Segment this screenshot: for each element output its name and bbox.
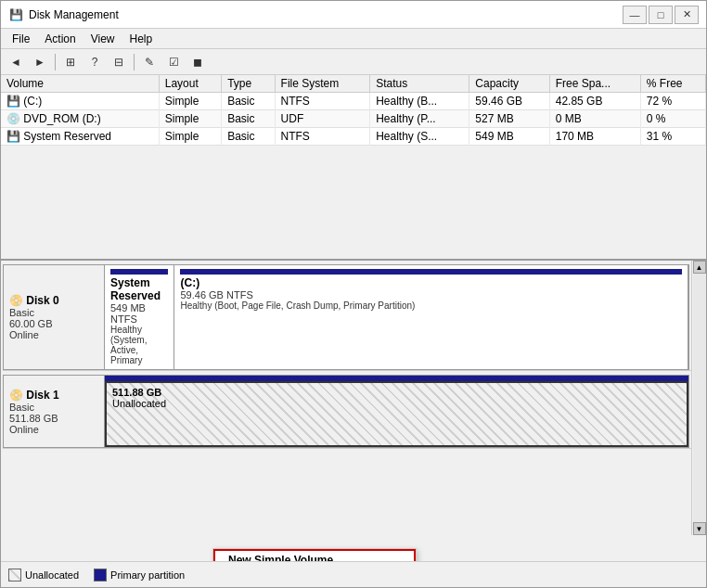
col-filesystem[interactable]: File System — [275, 75, 370, 93]
disk0-status: Online — [9, 329, 98, 340]
cell-fs-1: UDF — [275, 110, 370, 128]
cell-fs-0: NTFS — [275, 93, 370, 110]
disk1-type: Basic — [9, 402, 98, 413]
toolbar-back[interactable]: ◄ — [5, 52, 27, 72]
scroll-up-btn[interactable]: ▲ — [693, 261, 706, 274]
disk0-sysres-bar — [110, 269, 168, 275]
toolbar: ◄ ► ⊞ ? ⊟ ✎ ☑ ◼ — [1, 49, 706, 75]
legend-primary-box — [94, 569, 107, 582]
table-body: 💾 (C:) Simple Basic NTFS Healthy (B... 5… — [1, 93, 706, 146]
disk0-sysres-health: Healthy (System, Active, Primary — [110, 325, 168, 365]
disk1-row: 📀 Disk 1 Basic 511.88 GB Online 511.88 G… — [3, 375, 704, 449]
toolbar-stop[interactable]: ◼ — [186, 52, 209, 72]
disk0-c-partition[interactable]: (C:) 59.46 GB NTFS Healthy (Boot, Page F… — [174, 265, 688, 369]
cell-volume-2: 💾 System Reserved — [1, 128, 159, 146]
disk1-size: 511.88 GB — [9, 413, 98, 424]
legend-unalloc-label: Unallocated — [25, 569, 79, 581]
cell-percent-2: 31 % — [640, 128, 705, 146]
scroll-down-btn[interactable]: ▼ — [693, 522, 706, 535]
menu-bar: File Action View Help — [1, 29, 706, 49]
menu-file[interactable]: File — [5, 31, 37, 47]
table-row[interactable]: 💿 DVD_ROM (D:) Simple Basic UDF Healthy … — [1, 110, 706, 128]
disk1-partitions: 511.88 GB Unallocated — [105, 375, 689, 448]
disk0-sysres-name: System Reserved — [110, 276, 168, 302]
col-volume[interactable]: Volume — [1, 75, 159, 93]
cell-type-0: Basic — [222, 93, 275, 110]
disk0-title: 📀 Disk 0 — [9, 294, 98, 307]
toolbar-grid[interactable]: ⊞ — [59, 52, 82, 72]
cell-status-2: Healthy (S... — [370, 128, 469, 146]
disk1-label: 📀 Disk 1 Basic 511.88 GB Online — [3, 375, 105, 448]
scroll-track — [693, 274, 706, 522]
cell-freespace-0: 42.85 GB — [549, 93, 640, 110]
legend-unalloc-box — [8, 569, 21, 582]
main-window: 💾 Disk Management — □ ✕ File Action View… — [0, 0, 707, 588]
vertical-scrollbar[interactable]: ▲ ▼ — [691, 261, 706, 535]
app-icon: 💾 — [8, 7, 23, 22]
legend-primary-label: Primary partition — [110, 569, 185, 581]
toolbar-sep1 — [55, 54, 56, 70]
disk0-c-health: Healthy (Boot, Page File, Crash Dump, Pr… — [180, 300, 682, 311]
context-menu: New Simple Volume... New Spanned Volume.… — [212, 548, 417, 561]
cell-layout-0: Simple — [159, 93, 221, 110]
col-status[interactable]: Status — [370, 75, 469, 93]
col-layout[interactable]: Layout — [159, 75, 221, 93]
cell-capacity-1: 527 MB — [469, 110, 549, 128]
disk-map-section: 📀 Disk 0 Basic 60.00 GB Online System Re… — [1, 261, 706, 561]
menu-help[interactable]: Help — [122, 31, 161, 47]
cell-percent-0: 72 % — [640, 93, 705, 110]
cell-volume-0: 💾 (C:) — [1, 93, 159, 110]
toolbar-forward[interactable]: ► — [29, 52, 51, 72]
disk0-type: Basic — [9, 307, 98, 318]
volume-table-section: Volume Layout Type File System Status Ca… — [1, 75, 706, 261]
disk0-sysres-partition[interactable]: System Reserved 549 MB NTFS Healthy (Sys… — [105, 265, 174, 369]
cell-percent-1: 0 % — [640, 110, 705, 128]
close-button[interactable]: ✕ — [675, 6, 699, 24]
cell-freespace-1: 0 MB — [549, 110, 640, 128]
legend-unallocated: Unallocated — [8, 569, 79, 582]
table-row[interactable]: 💾 (C:) Simple Basic NTFS Healthy (B... 5… — [1, 93, 706, 110]
toolbar-minus[interactable]: ⊟ — [108, 52, 130, 72]
ctx-new-simple-volume[interactable]: New Simple Volume... — [213, 549, 416, 561]
table-header-row: Volume Layout Type File System Status Ca… — [1, 75, 706, 93]
cell-freespace-2: 170 MB — [549, 128, 640, 146]
menu-action[interactable]: Action — [37, 31, 83, 47]
toolbar-edit[interactable]: ✎ — [138, 52, 161, 72]
disk0-sysres-fs: 549 MB NTFS — [110, 302, 168, 325]
col-type[interactable]: Type — [222, 75, 275, 93]
menu-view[interactable]: View — [84, 31, 122, 47]
disk0-label: 📀 Disk 0 Basic 60.00 GB Online — [3, 264, 105, 370]
cell-capacity-0: 59.46 GB — [469, 93, 549, 110]
maximize-button[interactable]: □ — [649, 6, 673, 24]
disk1-title: 📀 Disk 1 — [9, 389, 98, 402]
title-bar: 💾 Disk Management — □ ✕ — [1, 1, 706, 29]
disk0-size: 60.00 GB — [9, 318, 98, 329]
minimize-button[interactable]: — — [623, 6, 647, 24]
toolbar-help[interactable]: ? — [84, 52, 106, 72]
disk0-partitions: System Reserved 549 MB NTFS Healthy (Sys… — [105, 264, 689, 370]
disk0-row: 📀 Disk 0 Basic 60.00 GB Online System Re… — [3, 264, 704, 371]
cell-type-1: Basic — [222, 110, 275, 128]
disk1-unalloc-size: 511.88 GB — [112, 387, 681, 398]
window-controls: — □ ✕ — [623, 6, 699, 24]
legend-primary: Primary partition — [94, 569, 185, 582]
col-capacity[interactable]: Capacity — [469, 75, 549, 93]
disk1-status: Online — [9, 424, 98, 435]
cell-type-2: Basic — [222, 128, 275, 146]
toolbar-sep2 — [134, 54, 135, 70]
cell-layout-1: Simple — [159, 110, 221, 128]
status-bar: Unallocated Primary partition — [1, 561, 706, 587]
cell-volume-1: 💿 DVD_ROM (D:) — [1, 110, 159, 128]
cell-capacity-2: 549 MB — [469, 128, 549, 146]
toolbar-check[interactable]: ☑ — [162, 52, 185, 72]
col-percentfree[interactable]: % Free — [640, 75, 705, 93]
table-row[interactable]: 💾 System Reserved Simple Basic NTFS Heal… — [1, 128, 706, 146]
disk0-c-name: (C:) — [180, 276, 682, 289]
cell-layout-2: Simple — [159, 128, 221, 146]
window-title: Disk Management — [29, 8, 623, 21]
col-freespace[interactable]: Free Spa... — [549, 75, 640, 93]
volume-table: Volume Layout Type File System Status Ca… — [1, 75, 706, 146]
cell-status-1: Healthy (P... — [370, 110, 469, 128]
disk1-unalloc-partition[interactable]: 511.88 GB Unallocated — [105, 381, 688, 447]
disk0-c-bar — [180, 269, 682, 275]
